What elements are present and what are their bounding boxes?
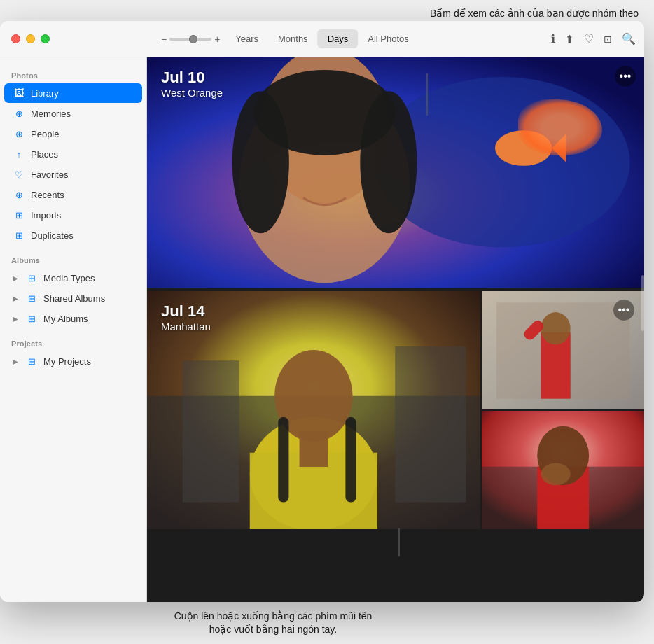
- photo-date-1: Jul 10: [161, 69, 223, 87]
- zoom-plus-icon[interactable]: +: [214, 34, 220, 45]
- photos-section-label: Photos: [0, 66, 146, 83]
- sidebar-item-label: Media Types: [43, 273, 95, 284]
- toolbar-tabs: Years Months Days All Photos: [225, 29, 419, 48]
- zoom-slider[interactable]: [169, 38, 211, 41]
- scroll-thumb[interactable]: [641, 275, 644, 331]
- tab-months[interactable]: Months: [268, 29, 318, 48]
- svg-point-10: [360, 91, 417, 233]
- sidebar-item-places[interactable]: ↑ Places: [4, 144, 142, 164]
- my-albums-icon: ⊞: [25, 312, 38, 325]
- favorite-icon[interactable]: ♡: [584, 32, 594, 46]
- sidebar-item-label: Memories: [31, 108, 71, 119]
- sidebar-item-label: Favorites: [31, 169, 68, 180]
- sidebar-item-favorites[interactable]: ♡ Favorites: [4, 164, 142, 184]
- imports-icon: ⊞: [13, 209, 25, 221]
- traffic-lights: [0, 34, 50, 43]
- sidebar-item-label: Imports: [31, 210, 61, 220]
- sidebar-item-label: My Projects: [43, 356, 91, 367]
- sidebar-item-people[interactable]: ⊕ People: [4, 124, 142, 144]
- chevron-right-icon: ▶: [13, 315, 18, 323]
- library-icon: 🖼: [13, 87, 25, 99]
- sidebar-item-label: Shared Albums: [43, 293, 105, 304]
- zoom-control: − +: [161, 34, 220, 45]
- maximize-button[interactable]: [41, 34, 50, 43]
- scroll-indicator: [640, 57, 644, 602]
- svg-rect-13: [183, 360, 239, 502]
- svg-point-31: [541, 463, 570, 485]
- bottom-annotation: Cuộn lên hoặc xuống bằng các phím mũi tê…: [168, 610, 378, 637]
- photo-illustration-4: [482, 411, 644, 529]
- sidebar-item-label: Places: [31, 149, 58, 160]
- favorites-icon: ♡: [13, 168, 25, 181]
- main-photo-area[interactable]: Jul 10 West Orange •••: [147, 57, 644, 602]
- minimize-button[interactable]: [26, 34, 35, 43]
- sidebar-item-library[interactable]: 🖼 Library: [4, 83, 142, 103]
- search-icon[interactable]: 🔍: [622, 32, 636, 46]
- sidebar-item-imports[interactable]: ⊞ Imports: [4, 205, 142, 225]
- photo-location-1: West Orange: [161, 87, 223, 99]
- tab-days[interactable]: Days: [318, 29, 359, 48]
- photo-date-2: Jul 14: [161, 302, 211, 321]
- sidebar-item-memories[interactable]: ⊕ Memories: [4, 104, 142, 123]
- albums-section-label: Albums: [0, 251, 146, 267]
- more-options-2[interactable]: •••: [613, 300, 634, 321]
- photo-grid-jul10[interactable]: Jul 10 West Orange •••: [147, 57, 644, 288]
- people-icon: ⊕: [13, 127, 25, 140]
- chevron-right-icon: ▶: [13, 358, 18, 365]
- svg-rect-20: [300, 431, 328, 467]
- photo-group-1: Jul 10 West Orange •••: [147, 57, 644, 288]
- svg-point-9: [232, 91, 289, 233]
- svg-rect-14: [395, 346, 466, 503]
- sidebar-item-label: Duplicates: [31, 230, 74, 241]
- svg-rect-18: [278, 417, 288, 502]
- sidebar-item-my-projects[interactable]: ▶ ⊞ My Projects: [4, 351, 142, 371]
- svg-point-25: [541, 312, 570, 344]
- sidebar-item-label: People: [31, 129, 59, 139]
- sidebar-item-media-types[interactable]: ▶ ⊞ Media Types: [4, 268, 142, 288]
- chevron-right-icon: ▶: [13, 295, 18, 302]
- info-icon[interactable]: ℹ: [551, 32, 555, 46]
- sidebar-item-label: Library: [31, 88, 59, 99]
- content-area: Photos 🖼 Library ⊕ Memories ⊕ People ↑ P…: [0, 57, 644, 602]
- sidebar-item-recents[interactable]: ⊕ Recents: [4, 185, 142, 204]
- toolbar-right-icons: ℹ ⬆ ♡ ⊡ 🔍: [551, 32, 636, 46]
- photo-group-1-header: Jul 10 West Orange: [161, 69, 223, 99]
- sidebar-item-label: My Albums: [43, 314, 88, 324]
- projects-section-label: Projects: [0, 334, 146, 351]
- chevron-right-icon: ▶: [13, 274, 18, 282]
- sidebar-item-label: Recents: [31, 190, 64, 200]
- sidebar-item-duplicates[interactable]: ⊞ Duplicates: [4, 225, 142, 245]
- zoom-minus-icon[interactable]: −: [161, 34, 167, 45]
- memories-icon: ⊕: [13, 107, 25, 120]
- tab-years[interactable]: Years: [225, 29, 268, 48]
- duplicates-icon: ⊞: [13, 229, 25, 241]
- svg-rect-19: [345, 417, 356, 502]
- sidebar-item-my-albums[interactable]: ▶ ⊞ My Albums: [4, 309, 142, 328]
- sidebar: Photos 🖼 Library ⊕ Memories ⊕ People ↑ P…: [0, 57, 147, 602]
- more-options-1[interactable]: •••: [615, 66, 636, 87]
- close-button[interactable]: [11, 34, 20, 43]
- svg-point-4: [495, 130, 552, 166]
- app-window: − + Years Months Days All Photos ℹ ⬆ ♡ ⊡…: [0, 21, 644, 602]
- sidebar-item-shared-albums[interactable]: ▶ ⊞ Shared Albums: [4, 288, 142, 308]
- photo-location-2: Manhattan: [161, 321, 211, 332]
- tab-all-photos[interactable]: All Photos: [358, 29, 419, 48]
- photo-group-2-header: Jul 14 Manhattan: [161, 302, 211, 332]
- slideshow-icon[interactable]: ⊡: [604, 34, 612, 45]
- recents-icon: ⊕: [13, 188, 25, 201]
- photo-jul14-right-bottom: [482, 411, 644, 529]
- photo-grid-jul14[interactable]: •••: [147, 291, 644, 529]
- titlebar: − + Years Months Days All Photos ℹ ⬆ ♡ ⊡…: [0, 21, 644, 57]
- share-icon[interactable]: ⬆: [565, 33, 574, 46]
- photo-group-2: ••• Jul 14 Manhattan: [147, 291, 644, 529]
- my-projects-icon: ⊞: [25, 355, 38, 368]
- media-types-icon: ⊞: [25, 272, 38, 284]
- photo-jul14-right: [482, 291, 644, 529]
- places-icon: ↑: [13, 148, 25, 160]
- shared-albums-icon: ⊞: [25, 292, 38, 304]
